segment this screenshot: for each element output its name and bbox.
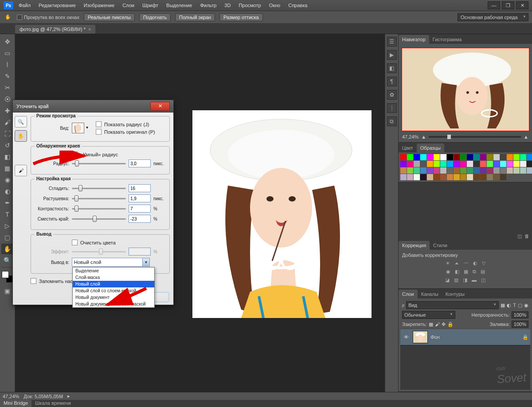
workspace-dropdown[interactable]: Основная рабочая среда xyxy=(458,13,528,21)
swatch[interactable] xyxy=(400,154,407,160)
foreground-color-swatch[interactable] xyxy=(2,271,9,278)
layer-filter-dropdown[interactable]: Вид xyxy=(406,301,499,309)
quick-select-tool[interactable]: ✎ xyxy=(1,71,14,81)
swatch[interactable] xyxy=(447,167,453,174)
gradient-tool[interactable]: ▦ xyxy=(1,163,14,174)
dialog-zoom-tool[interactable]: 🔍 xyxy=(15,116,27,128)
swatch[interactable] xyxy=(467,161,473,167)
selective-color-icon[interactable]: ◫ xyxy=(481,277,485,283)
channel-mixer-icon[interactable]: ⧉ xyxy=(473,269,476,275)
layer-thumbnail[interactable] xyxy=(413,331,428,343)
blend-mode-dropdown[interactable]: Обычные xyxy=(402,311,455,319)
swatch[interactable] xyxy=(500,174,506,180)
swatch[interactable] xyxy=(467,174,473,180)
swatch[interactable] xyxy=(493,167,500,174)
swatch[interactable] xyxy=(420,167,426,174)
swatch[interactable] xyxy=(440,154,446,160)
layer-filter-icon[interactable]: ▦ xyxy=(501,302,505,308)
layer-row[interactable]: 👁 Фон 🔒 xyxy=(400,329,530,345)
swatch[interactable] xyxy=(507,161,513,167)
swatch[interactable] xyxy=(407,154,413,160)
scroll-all-checkbox[interactable] xyxy=(17,15,22,20)
menu-window[interactable]: Окно xyxy=(269,3,281,8)
menu-file[interactable]: Файл xyxy=(19,3,31,8)
actual-pixels-button[interactable]: Реальные пикселы xyxy=(84,13,135,21)
layer-filter-icon[interactable]: T xyxy=(513,302,516,308)
type-tool[interactable]: T xyxy=(1,209,14,220)
full-screen-button[interactable]: Полный экран xyxy=(175,13,215,21)
curves-icon[interactable]: 〰 xyxy=(464,260,469,266)
swatch[interactable] xyxy=(447,174,453,180)
swatch[interactable] xyxy=(420,154,426,160)
photo-filter-icon[interactable]: ▦ xyxy=(464,269,468,275)
status-doc-size[interactable]: Док: 5,05M/5,05M xyxy=(23,394,63,399)
dropdown-option[interactable]: Выделение xyxy=(73,267,154,274)
tab-layers[interactable]: Слои xyxy=(399,290,418,298)
bw-icon[interactable]: ◧ xyxy=(455,269,459,275)
layer-filter-icon[interactable]: ◉ xyxy=(524,302,528,308)
brush-panel-icon[interactable]: ✿ xyxy=(387,90,397,100)
dialog-hand-tool[interactable]: ✋ xyxy=(15,130,27,142)
history-panel-icon[interactable]: ☰ xyxy=(387,37,397,47)
brightness-icon[interactable]: ☀ xyxy=(446,260,450,266)
move-tool[interactable]: ✥ xyxy=(1,36,14,47)
swatch[interactable] xyxy=(434,174,440,180)
swatch[interactable] xyxy=(520,167,526,174)
tab-navigator[interactable]: Навигатор xyxy=(399,35,429,44)
swatch[interactable] xyxy=(460,161,466,167)
layer-filter-icon[interactable]: ▢ xyxy=(518,302,522,308)
swatch[interactable] xyxy=(473,167,480,174)
menu-image[interactable]: Изображение xyxy=(84,3,114,8)
swatch[interactable] xyxy=(500,154,506,160)
show-original-checkbox[interactable] xyxy=(96,129,102,135)
swatch[interactable] xyxy=(500,167,506,174)
swatch[interactable] xyxy=(414,167,420,174)
remember-settings-checkbox[interactable] xyxy=(31,278,36,284)
swatch[interactable] xyxy=(487,161,493,167)
lock-all-icon[interactable]: 🔒 xyxy=(447,322,454,327)
lasso-tool[interactable]: ⌇ xyxy=(1,59,14,70)
swatch[interactable] xyxy=(420,161,426,167)
lock-pixels-icon[interactable]: 🖌 xyxy=(435,322,440,327)
swatch[interactable] xyxy=(473,174,480,180)
tab-timeline[interactable]: Шкала времени xyxy=(31,400,74,407)
print-size-button[interactable]: Размер оттиска xyxy=(219,13,263,21)
actions-panel-icon[interactable]: ▶ xyxy=(387,50,397,60)
shift-edge-slider[interactable] xyxy=(72,218,126,220)
dropdown-option[interactable]: Слой-маска xyxy=(73,274,154,281)
panel-collapse-icon[interactable]: ◫ xyxy=(517,233,522,239)
swatch[interactable] xyxy=(454,174,460,180)
swatch[interactable] xyxy=(414,161,420,167)
brush-presets-icon[interactable]: ⋮ xyxy=(387,103,397,113)
swatch[interactable] xyxy=(407,167,413,174)
posterize-icon[interactable]: ▥ xyxy=(454,277,458,283)
close-button[interactable]: ✕ xyxy=(516,1,528,9)
output-to-dropdown[interactable]: Новый слой ▼ Выделение Слой-маска Новый … xyxy=(72,258,150,267)
history-brush-tool[interactable]: ↺ xyxy=(1,140,14,151)
layer-name[interactable]: Фон xyxy=(430,334,440,340)
dialog-refine-brush-tool[interactable]: 🖌 xyxy=(15,165,27,176)
document-tab[interactable]: фото.jpg @ 47,2% (RGB/8#) * × xyxy=(15,25,95,34)
swatch[interactable] xyxy=(467,167,473,174)
decon-checkbox[interactable] xyxy=(72,240,78,245)
swatch[interactable] xyxy=(480,174,486,180)
menu-layers[interactable]: Слои xyxy=(122,3,134,8)
gradient-map-icon[interactable]: ▬ xyxy=(472,277,477,283)
layer-visibility-icon[interactable]: 👁 xyxy=(402,334,410,340)
swatch[interactable] xyxy=(460,167,466,174)
swatch[interactable] xyxy=(447,161,453,167)
swatch[interactable] xyxy=(454,161,460,167)
brush-tool[interactable]: 🖌 xyxy=(1,117,14,128)
tab-histogram[interactable]: Гистограмма xyxy=(429,35,466,44)
document-canvas[interactable] xyxy=(192,110,372,318)
show-radius-checkbox[interactable] xyxy=(96,121,102,127)
swatch[interactable] xyxy=(493,154,500,160)
swatch[interactable] xyxy=(420,174,426,180)
threshold-icon[interactable]: ◨ xyxy=(463,277,467,283)
swatch[interactable] xyxy=(513,161,520,167)
swatch[interactable] xyxy=(440,167,446,174)
navigator-thumbnail[interactable] xyxy=(401,47,530,132)
blur-tool[interactable]: ◉ xyxy=(1,174,14,185)
radius-input[interactable] xyxy=(129,159,151,167)
zoom-tool[interactable]: 🔍 xyxy=(1,255,14,266)
